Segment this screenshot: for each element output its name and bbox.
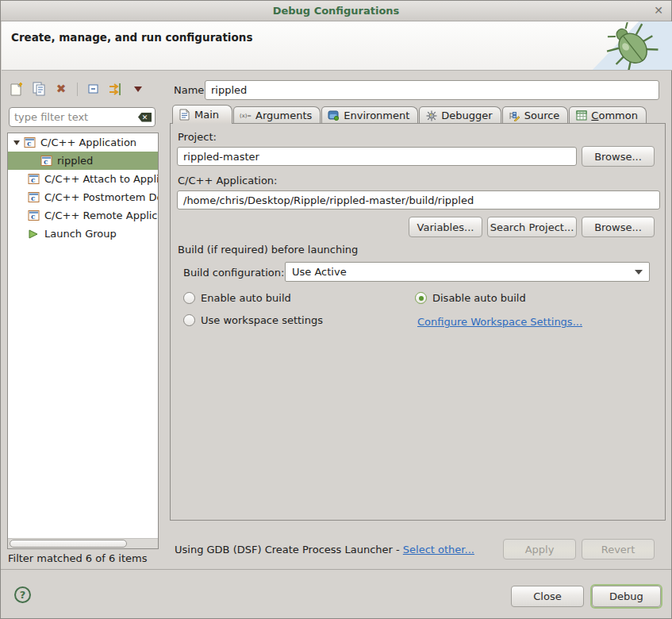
project-input[interactable] xyxy=(177,147,577,166)
c-application-icon: c xyxy=(28,210,40,221)
filter-icon[interactable] xyxy=(108,81,124,97)
tab-label: Environment xyxy=(344,110,409,121)
launcher-text: Using GDB (DSF) Create Process Launcher … xyxy=(175,544,403,556)
application-input[interactable] xyxy=(177,190,660,210)
tab-environment[interactable]: Environment xyxy=(321,106,418,124)
toolbar-separator xyxy=(77,83,78,96)
footer-separator xyxy=(1,569,671,570)
clear-filter-icon[interactable]: ✕ xyxy=(138,113,152,122)
radio-icon xyxy=(183,292,195,304)
name-input[interactable] xyxy=(205,80,659,100)
configure-workspace-settings-link[interactable]: Configure Workspace Settings... xyxy=(417,316,582,328)
tree-item-label: rippled xyxy=(57,155,93,167)
menu-dropdown-icon[interactable] xyxy=(130,81,146,97)
svg-text:c: c xyxy=(44,158,48,166)
radio-icon xyxy=(415,292,427,304)
build-configuration-select[interactable]: Use Active xyxy=(285,262,650,282)
tree-item-c-c-attach-to-applica[interactable]: cC/C++ Attach to Applica xyxy=(8,170,158,188)
expand-collapse-arrow-icon[interactable] xyxy=(13,140,20,145)
filter-field: ✕ xyxy=(9,107,156,127)
project-label: Project: xyxy=(178,131,217,143)
radio-icon xyxy=(183,314,195,326)
browse-application-button[interactable]: Browse... xyxy=(582,217,655,237)
enable-auto-build-radio[interactable]: Enable auto build xyxy=(183,292,291,304)
debugger-tab-icon xyxy=(425,110,437,121)
main-tab-panel: Project: Browse... C/C++ Application: Va… xyxy=(170,123,666,521)
scrollbar-thumb[interactable] xyxy=(10,540,127,548)
disable-auto-build-radio[interactable]: Disable auto build xyxy=(415,292,526,304)
build-section-label: Build (if required) before launching xyxy=(178,244,358,256)
revert-button[interactable]: Revert xyxy=(582,539,655,559)
svg-text:c: c xyxy=(27,140,32,148)
use-workspace-settings-radio[interactable]: Use workspace settings xyxy=(183,314,323,326)
tree-item-label: C/C++ Application xyxy=(40,136,136,148)
tree-item-c-c-remote-applicati[interactable]: cC/C++ Remote Applicati xyxy=(8,206,158,225)
tree-item-c-c-postmortem-debu[interactable]: cC/C++ Postmortem Debu xyxy=(8,188,158,206)
tree-item-label: C/C++ Attach to Applica xyxy=(44,173,158,185)
tab-label: Main xyxy=(194,109,219,121)
duplicate-icon[interactable] xyxy=(31,81,47,97)
tab-label: Common xyxy=(591,110,638,121)
svg-text:c: c xyxy=(31,213,36,221)
tab-common[interactable]: Common xyxy=(569,106,647,124)
name-label: Name: xyxy=(174,84,208,96)
configurations-toolbar: ✖ xyxy=(9,79,146,98)
help-button[interactable]: ? xyxy=(14,586,31,603)
variables-button[interactable]: Variables... xyxy=(409,217,482,237)
build-configuration-label: Build configuration: xyxy=(183,267,284,279)
arguments-tab-icon: (x)= xyxy=(240,110,252,121)
environment-tab-icon xyxy=(328,110,340,121)
use-workspace-settings-label: Use workspace settings xyxy=(201,314,323,326)
select-other-link[interactable]: Select other... xyxy=(403,544,474,556)
debug-configurations-dialog: Debug Configurations ✕ Create, manage, a… xyxy=(0,0,672,619)
tab-debugger[interactable]: Debugger xyxy=(419,106,501,124)
new-configuration-icon[interactable] xyxy=(9,81,25,97)
tree-item-rippled[interactable]: crippled xyxy=(8,152,158,170)
common-tab-icon xyxy=(575,110,587,121)
disable-auto-build-label: Disable auto build xyxy=(432,292,526,304)
tab-source[interactable]: Source xyxy=(502,106,569,124)
enable-auto-build-label: Enable auto build xyxy=(201,292,291,304)
tree-item-label: C/C++ Postmortem Debu xyxy=(44,191,158,203)
debug-bug-icon xyxy=(599,22,661,70)
tree-item-label: C/C++ Remote Applicati xyxy=(44,210,158,221)
dialog-heading: Create, manage, and run configurations xyxy=(11,31,252,44)
filter-match-status: Filter matched 6 of 6 items xyxy=(8,552,147,564)
close-icon[interactable]: ✕ xyxy=(654,4,663,17)
source-tab-icon xyxy=(509,110,520,121)
c-application-icon: c xyxy=(24,136,36,148)
tree-horizontal-scrollbar[interactable] xyxy=(8,538,158,548)
search-project-button[interactable]: Search Project... xyxy=(487,217,577,237)
tab-label: Source xyxy=(524,110,560,121)
svg-text:c: c xyxy=(31,194,36,202)
configurations-tree: cC/C++ ApplicationcrippledcC/C++ Attach … xyxy=(7,133,159,549)
debug-button[interactable]: Debug xyxy=(592,586,661,607)
tree-item-launch-group[interactable]: Launch Group xyxy=(8,225,158,243)
chevron-down-icon xyxy=(635,270,643,275)
launch-group-icon xyxy=(28,228,40,240)
apply-button[interactable]: Apply xyxy=(503,539,576,559)
tab-label: Arguments xyxy=(255,110,312,121)
svg-text:(x)=: (x)= xyxy=(240,113,252,119)
tab-main[interactable]: Main xyxy=(172,105,232,124)
window-title: Debug Configurations xyxy=(273,5,400,17)
tree-item-label: Launch Group xyxy=(44,228,117,240)
build-configuration-value: Use Active xyxy=(292,266,347,278)
configuration-tabs: Main(x)=ArgumentsEnvironmentDebuggerSour… xyxy=(172,106,647,124)
tab-arguments[interactable]: (x)=Arguments xyxy=(233,106,321,124)
collapse-all-icon[interactable] xyxy=(86,81,102,97)
c-application-icon: c xyxy=(28,191,40,203)
delete-icon[interactable]: ✖ xyxy=(53,81,69,97)
main-tab-icon xyxy=(179,110,190,121)
dialog-header: Create, manage, and run configurations xyxy=(2,21,672,71)
svg-text:c: c xyxy=(31,176,36,184)
tree-item-c-c-application[interactable]: cC/C++ Application xyxy=(8,133,158,152)
title-bar: Debug Configurations ✕ xyxy=(1,1,671,21)
browse-project-button[interactable]: Browse... xyxy=(582,146,655,167)
launcher-info: Using GDB (DSF) Create Process Launcher … xyxy=(175,544,474,556)
filter-input[interactable] xyxy=(14,111,138,123)
c-application-icon: c xyxy=(28,173,40,185)
tab-label: Debugger xyxy=(441,110,492,121)
close-button[interactable]: Close xyxy=(511,586,584,607)
c-application-icon: c xyxy=(40,155,53,167)
